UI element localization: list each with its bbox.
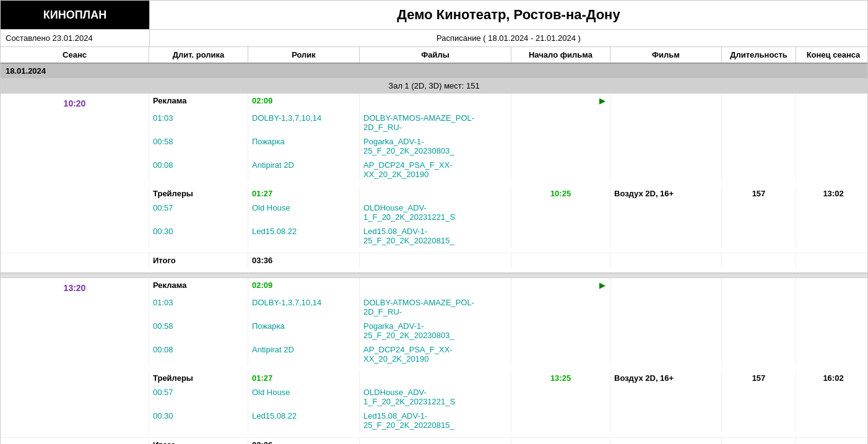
e12 <box>796 158 868 181</box>
total-row-1: Итого 03:36 <box>1 253 867 268</box>
et6 <box>610 224 722 248</box>
e8 <box>796 134 868 158</box>
ad-dur-1-2: 00:58 <box>149 134 248 158</box>
ads-files-2 <box>360 278 511 295</box>
ad-name-2-2: Пожарка <box>248 319 360 342</box>
e2-7 <box>722 319 796 342</box>
trailer-name-2-2: Led15.08.22 <box>248 409 360 432</box>
trailer-item-1-2: 00:30 Led15.08.22 Led15.08_ADV-1-25_F_20… <box>1 224 867 248</box>
session-time-2: 13:20 <box>1 278 149 295</box>
etotal1 <box>360 253 511 268</box>
spacer-2b <box>1 432 867 437</box>
schedule-range: Расписание ( 18.01.2024 - 21.01.2024 ) <box>149 30 867 46</box>
empty-2-2 <box>1 319 149 342</box>
ad-name-1-1: DOLBY-1,3,7,10,14 <box>248 111 360 134</box>
ad-file-1-2: Pogarka_ADV-1-25_F_20_2K_20230803_ <box>360 134 511 158</box>
trailer-file-1-1: OLDHouse_ADV-1_F_20_2K_20231221_S <box>360 201 511 224</box>
ad-dur-1-3: 00:08 <box>149 158 248 181</box>
trailers-duration-2: 01:27 <box>248 371 360 385</box>
et4 <box>796 201 868 224</box>
et7 <box>722 224 796 248</box>
movie-start-2: 13:25 <box>511 371 610 385</box>
sub-header: Составлено 23.01.2024 Расписание ( 18.01… <box>1 30 867 47</box>
ad-dur-2-2: 00:58 <box>149 319 248 342</box>
header: КИНОПЛАН Демо Кинотеатр, Ростов-на-Дону <box>1 1 867 30</box>
e7 <box>722 134 796 158</box>
ad-name-1-2: Пожарка <box>248 134 360 158</box>
session-end-1: 13:02 <box>796 186 868 201</box>
trailer-name-2-1: Old House <box>248 385 360 409</box>
ads-movie-2 <box>610 278 722 295</box>
e2-6 <box>610 319 722 342</box>
ad-item-1-2: 00:58 Пожарка Pogarka_ADV-1-25_F_20_2K_2… <box>1 134 867 158</box>
e6 <box>610 134 722 158</box>
total-dur-2: 03:36 <box>248 438 360 444</box>
movie-dur-2: 157 <box>722 371 796 385</box>
e4 <box>796 111 868 134</box>
etotal3 <box>610 253 722 268</box>
session-end-2: 16:02 <box>796 371 868 385</box>
spacer-2 <box>1 248 867 253</box>
t-files-2 <box>360 371 511 385</box>
date-row-1: 18.01.2024 <box>1 64 867 79</box>
ad-dur-1-1: 01:03 <box>149 111 248 134</box>
ad-file-1-3: AP_DCP24_PSA_F_XX-XX_20_2K_20190 <box>360 158 511 181</box>
movie-start-1: 10:25 <box>511 186 610 201</box>
ads-dur-1 <box>722 94 796 111</box>
et2-6 <box>610 409 722 432</box>
ad-file-2-3: AP_DCP24_PSA_F_XX-XX_20_2K_20190 <box>360 342 511 366</box>
page-wrapper: КИНОПЛАН Демо Кинотеатр, Ростов-на-Дону … <box>0 0 868 444</box>
e2-1 <box>511 295 610 319</box>
e2-3 <box>722 295 796 319</box>
et2-2 <box>610 385 722 409</box>
ads-end-2 <box>796 278 868 295</box>
empty-t2-2 <box>1 409 149 432</box>
empty-2-1 <box>1 295 149 319</box>
et2-5 <box>511 409 610 432</box>
e2-2 <box>610 295 722 319</box>
e2-11 <box>722 342 796 366</box>
et2-8 <box>796 409 868 432</box>
col-duration: Длительность <box>722 47 796 63</box>
session-time-trailer-1 <box>1 186 149 201</box>
trailers-label-row-1: Трейлеры 01:27 10:25 Воздух 2D, 16+ 157 … <box>1 186 867 201</box>
etotal5 <box>796 253 868 268</box>
e2-10 <box>610 342 722 366</box>
trailer-item-2-2: 00:30 Led15.08.22 Led15.08_ADV-1-25_F_20… <box>1 409 867 432</box>
et2-7 <box>722 409 796 432</box>
et2-1 <box>511 385 610 409</box>
trailers-label-2: Трейлеры <box>149 371 248 385</box>
etotal2-2 <box>511 438 610 444</box>
e1 <box>511 111 610 134</box>
total-dur-1: 03:36 <box>248 253 360 268</box>
hall-row-1: Зал 1 (2D, 3D) мест: 151 <box>1 79 867 94</box>
trailer-dur-1-1: 00:57 <box>149 201 248 224</box>
col-movie-start: Начало фильма <box>511 47 610 63</box>
ads-end-1 <box>796 94 868 111</box>
ad-file-1-1: DOLBY-ATMOS-AMAZE_POL-2D_F_RU- <box>360 111 511 134</box>
ad-item-2-2: 00:58 Пожарка Pogarka_ADV-1-25_F_20_2K_2… <box>1 319 867 342</box>
ads-movie-start-2: ▶ <box>511 278 610 295</box>
empty-t1 <box>1 201 149 224</box>
ads-label-1: Реклама <box>149 94 248 111</box>
trailer-dur-1-2: 00:30 <box>149 224 248 248</box>
ads-label-2: Реклама <box>149 278 248 295</box>
empty-3 <box>1 158 149 181</box>
et2-4 <box>796 385 868 409</box>
ad-name-1-3: Antipirat 2D <box>248 158 360 181</box>
empty-total-1 <box>1 253 149 268</box>
session-block-2: 13:20 Реклама 02:09 ▶ 01:03 DOLBY-1,3,7,… <box>1 278 867 444</box>
ads-label-row-1: 10:20 Реклама 02:09 ▶ <box>1 94 867 111</box>
et2-3 <box>722 385 796 409</box>
col-end: Конец сеанса <box>796 47 868 63</box>
e2-5 <box>511 319 610 342</box>
ad-dur-2-3: 00:08 <box>149 342 248 366</box>
e2 <box>610 111 722 134</box>
empty-1 <box>1 111 149 134</box>
spacer-2a <box>1 366 867 371</box>
et2 <box>610 201 722 224</box>
spacer-3 <box>1 268 867 272</box>
e10 <box>610 158 722 181</box>
trailer-item-1-1: 00:57 Old House OLDHouse_ADV-1_F_20_2K_2… <box>1 201 867 224</box>
col-ad-duration: Длит. ролика <box>149 47 248 63</box>
